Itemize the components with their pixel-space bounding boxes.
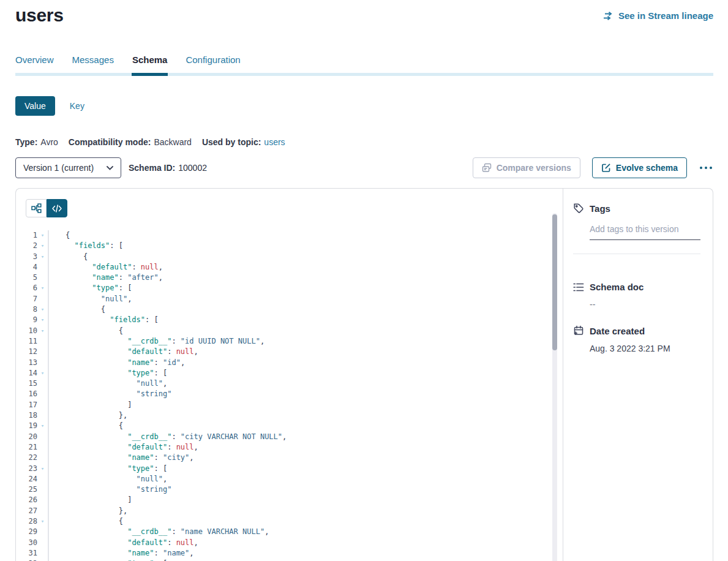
code-line: 29 "__crdb__": "name VARCHAR NULL", xyxy=(16,527,563,537)
line-number: 5 xyxy=(16,273,37,283)
code-line: 10▾ { xyxy=(16,326,563,336)
sidebar-divider xyxy=(573,254,700,254)
compare-versions-button[interactable]: Compare versions xyxy=(473,157,580,178)
line-number: 28 xyxy=(16,516,37,527)
edit-schema-icon xyxy=(601,163,611,173)
tags-title-row: Tags xyxy=(573,203,700,214)
value-toggle-button[interactable]: Value xyxy=(15,96,55,116)
schema-meta: Type: Avro Compatibility mode: Backward … xyxy=(15,137,713,147)
stream-lineage-label: See in Stream lineage xyxy=(618,10,713,21)
code-line: 23▾ "type": [ xyxy=(16,464,563,474)
compare-versions-icon xyxy=(482,163,492,173)
line-number: 12 xyxy=(16,347,37,357)
more-options-button[interactable] xyxy=(699,164,713,171)
tree-view-button[interactable] xyxy=(26,199,47,217)
line-number: 2 xyxy=(16,241,37,251)
fold-toggle-icon[interactable]: ▾ xyxy=(37,368,48,378)
fold-toggle-icon[interactable]: ▾ xyxy=(37,516,48,527)
schema-code-pane: 1▾{2▾ "fields": [3▾ {4 "default": null,5… xyxy=(16,189,563,561)
code-line-content: ] xyxy=(48,495,132,505)
schema-panel: 1▾{2▾ "fields": [3▾ {4 "default": null,5… xyxy=(15,188,713,561)
fold-toggle-icon[interactable]: ▾ xyxy=(37,326,48,336)
tab-configuration[interactable]: Configuration xyxy=(186,55,240,73)
schema-id: Schema ID: 100002 xyxy=(129,163,207,173)
code-line: 22 "name": "city", xyxy=(16,453,563,463)
code-line-content: }, xyxy=(48,410,127,421)
fold-spacer xyxy=(37,410,48,421)
line-number: 8 xyxy=(16,304,37,315)
version-select[interactable]: Version 1 (current) xyxy=(15,157,121,178)
code-line-content: "name": "name", xyxy=(48,548,194,559)
schema-doc-value: -- xyxy=(590,299,700,309)
version-select-value: Version 1 (current) xyxy=(23,163,94,173)
code-line: 5 "name": "after", xyxy=(16,273,563,283)
code-line: 28▾ { xyxy=(16,516,563,527)
schema-page: users See in Stream lineage OverviewMess… xyxy=(0,0,728,561)
code-line-content: "__crdb__": "city VARCHAR NOT NULL", xyxy=(48,432,287,442)
code-line-content: { xyxy=(48,304,105,315)
line-number: 31 xyxy=(16,548,37,559)
schema-doc-title: Schema doc xyxy=(590,282,644,292)
fold-toggle-icon[interactable]: ▾ xyxy=(37,252,48,262)
line-number: 23 xyxy=(16,464,37,474)
tab-overview[interactable]: Overview xyxy=(15,55,54,73)
fold-toggle-icon[interactable]: ▾ xyxy=(37,559,48,561)
line-number: 13 xyxy=(16,358,37,368)
code-line-content: "type": [ xyxy=(48,464,167,474)
code-line-content: "default": null, xyxy=(48,442,198,453)
line-number: 25 xyxy=(16,484,37,495)
tab-messages[interactable]: Messages xyxy=(72,55,114,73)
code-line: 1▾{ xyxy=(16,230,563,241)
code-line-content: ] xyxy=(48,400,132,410)
code-line-content: { xyxy=(48,516,123,527)
view-mode-toggle xyxy=(26,199,67,217)
code-line: 30 "default": null, xyxy=(16,538,563,548)
fold-spacer xyxy=(37,294,48,304)
line-number: 10 xyxy=(16,326,37,336)
line-number: 11 xyxy=(16,336,37,347)
stream-lineage-link[interactable]: See in Stream lineage xyxy=(603,10,713,21)
code-line: 7 "null", xyxy=(16,294,563,304)
date-created-title: Date created xyxy=(590,326,645,336)
code-line: 14▾ "type": [ xyxy=(16,368,563,378)
code-line: 13 "name": "id", xyxy=(16,358,563,368)
dot-icon xyxy=(700,167,702,169)
code-line: 19▾ { xyxy=(16,421,563,431)
code-line: 18 }, xyxy=(16,410,563,421)
fold-toggle-icon[interactable]: ▾ xyxy=(37,464,48,474)
evolve-schema-label: Evolve schema xyxy=(616,163,678,173)
fold-toggle-icon[interactable]: ▾ xyxy=(37,241,48,251)
meta-type-label: Type: xyxy=(15,137,37,147)
schema-doc-section: Schema doc -- xyxy=(573,282,700,309)
topic-link[interactable]: users xyxy=(264,137,285,147)
fold-toggle-icon[interactable]: ▾ xyxy=(37,304,48,315)
line-number: 19 xyxy=(16,421,37,431)
tags-section: Tags xyxy=(573,203,700,240)
code-line-content: "fields": [ xyxy=(48,315,159,325)
code-line-content: "string" xyxy=(48,484,171,495)
tags-title: Tags xyxy=(590,203,610,214)
fold-toggle-icon[interactable]: ▾ xyxy=(37,315,48,325)
code-line: 31 "name": "name", xyxy=(16,548,563,559)
key-toggle-button[interactable]: Key xyxy=(61,96,94,116)
code-view-button[interactable] xyxy=(47,199,67,217)
add-tags-input[interactable] xyxy=(590,223,700,240)
dot-icon xyxy=(710,167,712,169)
fold-toggle-icon[interactable]: ▾ xyxy=(37,283,48,293)
fold-spacer xyxy=(37,262,48,273)
meta-type: Type: Avro xyxy=(15,137,58,147)
date-created-section: Date created Aug. 3 2022 3:21 PM xyxy=(573,325,700,353)
fold-spacer xyxy=(37,442,48,453)
tab-schema[interactable]: Schema xyxy=(132,55,168,73)
editor-scrollbar[interactable] xyxy=(552,213,557,561)
fold-toggle-icon[interactable]: ▾ xyxy=(37,421,48,431)
fold-toggle-icon[interactable]: ▾ xyxy=(37,230,48,241)
code-line: 25 "string" xyxy=(16,484,563,495)
code-line: 15 "null", xyxy=(16,378,563,389)
code-line-content: { xyxy=(48,230,70,241)
schema-code-editor: 1▾{2▾ "fields": [3▾ {4 "default": null,5… xyxy=(16,230,563,561)
evolve-schema-button[interactable]: Evolve schema xyxy=(592,157,687,178)
editor-scrollbar-thumb[interactable] xyxy=(552,214,557,350)
tabs: OverviewMessagesSchemaConfiguration xyxy=(15,55,713,73)
compare-versions-label: Compare versions xyxy=(497,163,571,173)
